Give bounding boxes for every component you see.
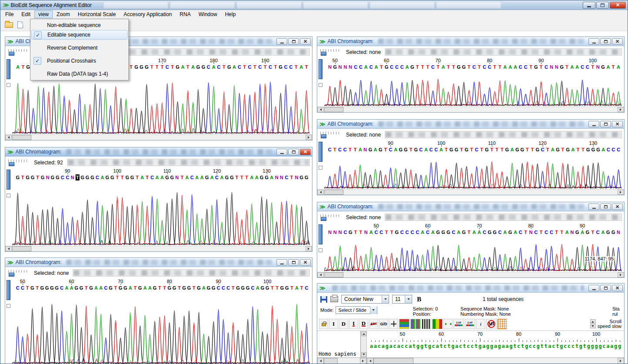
base-call[interactable]: C (406, 229, 409, 235)
base-call[interactable]: C (104, 285, 107, 291)
base-call[interactable]: C (430, 147, 433, 153)
alignment-base[interactable]: g (451, 343, 454, 350)
codon-view-button-2[interactable]: CAT (465, 319, 475, 329)
vertical-zoom-thumb[interactable] (319, 142, 322, 162)
base-call[interactable]: C (96, 174, 99, 180)
base-call[interactable]: G (505, 147, 509, 153)
base-call[interactable]: G (225, 174, 229, 180)
base-call[interactable]: A (508, 64, 512, 70)
base-call[interactable]: A (141, 174, 144, 180)
color-palette-button-3[interactable] (432, 319, 443, 329)
base-call[interactable]: G (457, 64, 461, 70)
zoom-slider-thumb[interactable] (321, 217, 326, 221)
base-call[interactable]: A (295, 285, 299, 291)
base-call[interactable]: A (185, 174, 189, 180)
base-call[interactable]: G (447, 229, 450, 235)
base-call[interactable]: A (232, 64, 236, 70)
alignment-base[interactable]: g (579, 343, 582, 350)
base-call[interactable]: G (260, 174, 264, 180)
scrollbar-thumb[interactable] (12, 135, 31, 140)
zoom-slider-thumb[interactable] (321, 52, 326, 56)
base-call[interactable]: G (230, 174, 234, 180)
font-size-arrow-icon[interactable] (405, 295, 412, 303)
base-call[interactable]: G (488, 229, 492, 235)
minimize-button[interactable] (276, 38, 287, 45)
scroll-left-icon[interactable] (317, 107, 324, 112)
menu-edit[interactable]: Edit (17, 10, 34, 18)
base-call[interactable]: C (431, 64, 435, 70)
alignment-base[interactable]: c (393, 343, 396, 350)
base-call[interactable]: G (56, 174, 60, 180)
alignment-base[interactable]: c (571, 343, 574, 350)
base-call[interactable]: A (601, 229, 605, 235)
base-call[interactable]: T (130, 64, 133, 70)
alignment-base[interactable]: c (529, 343, 532, 350)
base-calls[interactable]: NNNCGTTNACCTTGCCCCACAGGGCAGTAACGGCAGACTN… (324, 229, 624, 236)
base-call[interactable]: T (186, 64, 189, 70)
alignment-base[interactable]: t (541, 343, 544, 350)
base-call[interactable]: G (241, 285, 245, 291)
chromatogram-window[interactable]: ≫ ABI Chromatogram: ✕ Selected: none 506… (5, 257, 312, 364)
base-call[interactable]: C (400, 229, 404, 235)
base-call[interactable]: T (181, 174, 184, 180)
base-call[interactable]: G (410, 64, 414, 70)
base-call[interactable]: C (61, 174, 64, 180)
base-call[interactable]: G (212, 285, 215, 291)
alignment-base[interactable]: g (416, 343, 420, 350)
font-select-arrow-icon[interactable] (382, 295, 389, 303)
base-call[interactable]: T (591, 229, 594, 235)
alignment-base[interactable]: g (537, 343, 540, 350)
base-call[interactable]: G (91, 174, 94, 180)
base-call[interactable]: G (300, 174, 304, 180)
base-call[interactable]: C (289, 64, 293, 70)
base-call[interactable]: C (410, 229, 414, 235)
base-call[interactable]: T (495, 147, 498, 153)
alignment-area[interactable]: 5060708090100 aacagacaccatggtgcatctgactc… (367, 331, 624, 357)
base-call[interactable]: G (119, 285, 123, 291)
base-call[interactable]: T (232, 285, 235, 291)
alignment-base[interactable]: c (533, 343, 536, 350)
base-call[interactable]: G (265, 174, 269, 180)
menu-rna[interactable]: RNA (176, 10, 195, 18)
base-call[interactable]: T (155, 64, 158, 70)
base-call[interactable]: T (21, 64, 24, 70)
base-call[interactable]: T (421, 64, 424, 70)
minimize-button[interactable] (276, 149, 287, 155)
base-call[interactable]: G (140, 64, 144, 70)
save-icon[interactable] (320, 296, 327, 303)
base-call[interactable]: G (201, 64, 205, 70)
alignment-base[interactable]: c (552, 343, 555, 350)
restore-button[interactable] (600, 121, 611, 127)
base-call[interactable]: C (581, 64, 584, 70)
base-call[interactable]: G (280, 285, 284, 291)
base-call[interactable]: T (349, 147, 352, 153)
base-call[interactable]: G (261, 285, 265, 291)
base-call[interactable]: C (354, 64, 357, 70)
zoom-slider[interactable] (7, 159, 30, 166)
alignment-base[interactable]: a (610, 343, 613, 350)
base-call[interactable]: G (50, 285, 54, 291)
base-call[interactable]: C (473, 64, 476, 70)
base-call[interactable]: G (305, 174, 309, 180)
base-call[interactable]: A (128, 285, 132, 291)
alignment-base[interactable]: t (440, 343, 443, 350)
scroll-right-icon[interactable] (306, 246, 312, 251)
alignment-base[interactable]: t (463, 343, 466, 350)
names-scrollbar[interactable] (361, 331, 367, 357)
base-call[interactable]: C (328, 147, 332, 153)
base-call[interactable]: C (426, 229, 430, 235)
base-call[interactable]: C (207, 64, 210, 70)
insert-gap-button[interactable]: I (349, 319, 358, 329)
alignment-base[interactable]: t (413, 343, 416, 350)
base-call[interactable]: T (245, 174, 249, 180)
base-call[interactable]: T (21, 174, 24, 180)
menu-horizontal-scale[interactable]: Horizontal Scale (74, 10, 120, 18)
base-call[interactable]: G (515, 147, 519, 153)
minimize-button[interactable] (588, 285, 599, 291)
base-call[interactable]: G (26, 174, 30, 180)
base-call[interactable]: G (404, 147, 408, 153)
base-call[interactable]: A (421, 229, 424, 235)
base-call[interactable]: T (253, 64, 256, 70)
base-call[interactable]: C (375, 229, 378, 235)
base-call[interactable]: G (40, 285, 44, 291)
